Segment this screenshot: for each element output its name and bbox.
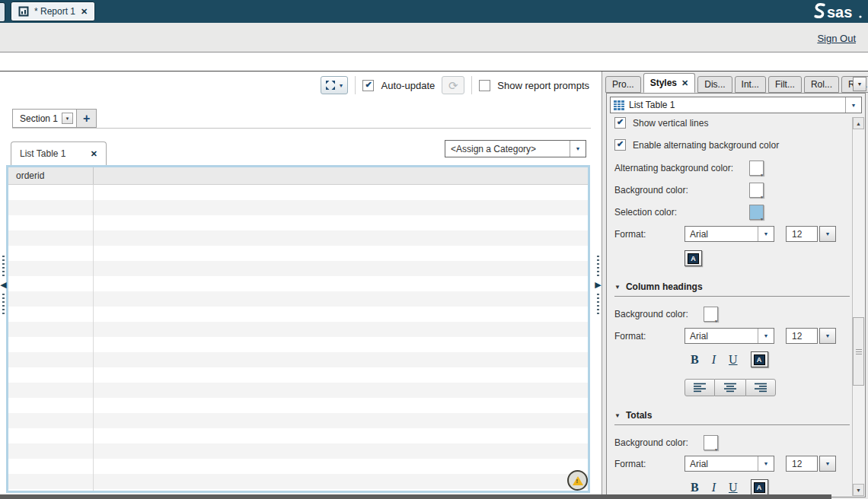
ch-alignment-row xyxy=(685,379,852,396)
scrollbar-thumb[interactable] xyxy=(853,317,864,386)
chevron-down-icon[interactable] xyxy=(845,97,861,113)
section-tab[interactable]: Section 1 xyxy=(12,109,77,128)
ch-background-color-swatch[interactable] xyxy=(704,307,718,322)
italic-button[interactable]: I xyxy=(712,480,716,494)
partial-tab[interactable] xyxy=(0,2,5,22)
drag-handle-icon xyxy=(597,294,599,314)
panel-tab-int[interactable]: Int... xyxy=(735,76,766,93)
italic-button[interactable]: I xyxy=(712,352,716,367)
underline-button[interactable]: U xyxy=(729,480,738,494)
ch-font-family-dropdown[interactable]: Arial xyxy=(685,328,774,344)
totals-font-size-value[interactable]: 12 xyxy=(786,456,818,472)
report-icon xyxy=(18,6,29,17)
bottom-border-strip xyxy=(0,494,831,499)
selection-color-swatch[interactable] xyxy=(749,205,764,220)
object-selector-dropdown[interactable]: List Table 1 xyxy=(610,97,862,113)
totals-background-color-swatch[interactable] xyxy=(704,435,718,450)
panel-tab-label: Pro... xyxy=(612,79,634,90)
left-panel-splitter[interactable] xyxy=(0,256,7,314)
font-size-value[interactable]: 12 xyxy=(786,226,818,242)
font-color-button[interactable]: A xyxy=(685,250,702,266)
panel-tab-styles[interactable]: Styles xyxy=(643,73,696,93)
background-color-swatch[interactable] xyxy=(749,183,764,198)
selection-color-row: Selection color: xyxy=(614,205,852,220)
auto-update-checkbox[interactable] xyxy=(362,80,374,91)
report-canvas: Auto-update Show report prompts Section … xyxy=(0,72,602,499)
warning-icon[interactable] xyxy=(567,470,588,491)
align-right-button[interactable] xyxy=(745,379,776,396)
totals-font-family-dropdown[interactable]: Arial xyxy=(685,456,774,472)
table-row xyxy=(8,200,588,215)
ch-font-size-dropdown-button[interactable] xyxy=(819,328,836,344)
ch-text-style-row: B I U A xyxy=(691,351,852,367)
underline-button[interactable]: U xyxy=(729,352,738,367)
collapse-triangle-icon xyxy=(614,412,621,419)
bold-button[interactable]: B xyxy=(691,480,699,494)
close-icon[interactable] xyxy=(91,150,97,158)
auto-update-label: Auto-update xyxy=(381,80,435,91)
chevron-down-icon[interactable] xyxy=(570,141,586,157)
panel-tab-rol[interactable]: Rol... xyxy=(804,76,839,93)
totals-font-size-dropdown-button[interactable] xyxy=(819,456,836,472)
right-panel-splitter[interactable] xyxy=(595,256,602,314)
column-headings-section-header[interactable]: Column headings xyxy=(614,281,852,292)
refresh-button[interactable] xyxy=(442,76,464,94)
ch-font-color-button[interactable]: A xyxy=(751,351,768,367)
font-family-dropdown[interactable]: Arial xyxy=(685,226,774,242)
report-tab-label: * Report 1 xyxy=(34,6,75,17)
chevron-down-icon[interactable] xyxy=(758,456,774,471)
chevron-down-icon[interactable] xyxy=(758,227,774,241)
chevron-down-icon[interactable] xyxy=(758,329,774,343)
font-color-icon: A xyxy=(688,253,699,264)
table-font-color-row: A xyxy=(685,250,852,266)
table-row xyxy=(8,246,588,261)
menu-strip xyxy=(0,52,868,72)
close-icon[interactable] xyxy=(81,8,88,16)
totals-section-header[interactable]: Totals xyxy=(614,410,852,421)
toolbar-divider xyxy=(471,76,472,94)
show-vertical-lines-checkbox[interactable] xyxy=(614,117,626,129)
selection-color-label: Selection color: xyxy=(614,207,749,218)
add-section-button[interactable] xyxy=(77,109,97,128)
column-header-orderid[interactable]: orderid xyxy=(8,167,94,184)
secondary-header: Sign Out xyxy=(0,23,868,52)
list-table[interactable]: orderid xyxy=(6,165,590,493)
totals-font-color-button[interactable]: A xyxy=(751,479,768,495)
expand-right-icon[interactable] xyxy=(595,281,601,289)
table-row xyxy=(8,352,588,367)
drag-handle-icon xyxy=(2,294,5,314)
table-body xyxy=(8,185,588,491)
align-left-button[interactable] xyxy=(685,379,715,396)
show-report-prompts-checkbox[interactable] xyxy=(479,80,490,91)
bold-button[interactable]: B xyxy=(691,352,699,367)
enable-alternating-label: Enable alternating background color xyxy=(633,140,779,151)
align-center-button[interactable] xyxy=(715,379,745,396)
assign-category-dropdown[interactable]: <Assign a Category> xyxy=(445,140,586,157)
table-row xyxy=(8,459,588,474)
ch-font-size-value[interactable]: 12 xyxy=(786,328,818,344)
close-icon[interactable] xyxy=(681,79,688,87)
totals-background-color-label: Background color: xyxy=(614,437,704,448)
collapse-left-icon[interactable] xyxy=(0,281,6,289)
table-row xyxy=(8,337,588,352)
tab-overflow-button[interactable] xyxy=(853,77,866,91)
scroll-down-button[interactable] xyxy=(853,484,864,496)
chevron-down-icon[interactable] xyxy=(62,113,73,124)
drag-handle-icon xyxy=(2,256,5,276)
panel-tab-dis[interactable]: Dis... xyxy=(697,76,732,93)
list-table-object-tab[interactable]: List Table 1 xyxy=(11,141,107,165)
sign-out-link[interactable]: Sign Out xyxy=(817,33,856,44)
format-label: Format: xyxy=(614,229,685,240)
scroll-up-button[interactable] xyxy=(853,117,864,129)
section-tab-label: Section 1 xyxy=(20,113,58,124)
maximize-button[interactable] xyxy=(321,76,349,94)
font-size-dropdown-button[interactable] xyxy=(819,226,836,242)
alternating-bg-color-swatch[interactable] xyxy=(749,161,764,176)
report-tab[interactable]: * Report 1 xyxy=(11,2,95,21)
panel-scrollbar[interactable] xyxy=(852,117,864,496)
panel-tab-pro[interactable]: Pro... xyxy=(605,76,641,93)
table-format-row: Format: Arial 12 xyxy=(614,226,852,242)
enable-alternating-checkbox[interactable] xyxy=(614,139,626,151)
collapse-triangle-icon xyxy=(614,284,621,291)
panel-tab-filt[interactable]: Filt... xyxy=(768,76,802,93)
